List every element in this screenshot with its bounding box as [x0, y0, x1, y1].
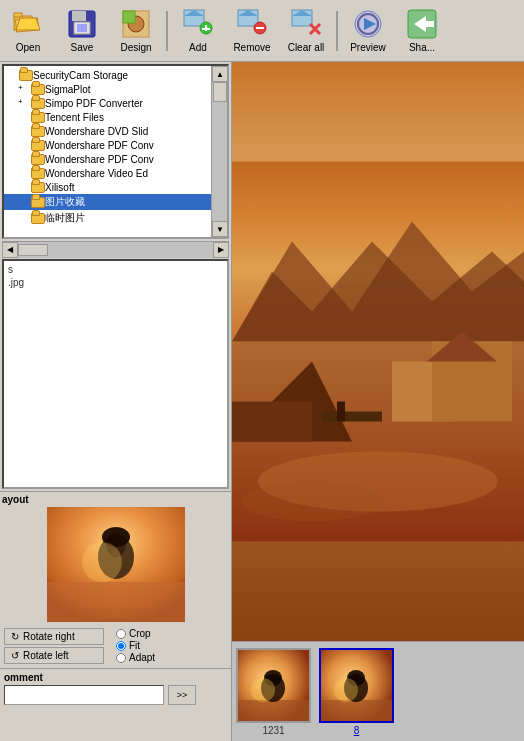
hscroll-thumb	[18, 244, 48, 256]
toolbar-separator-1	[166, 11, 168, 51]
rotate-right-button[interactable]: ↻ Rotate right	[4, 628, 104, 645]
tree-item-8[interactable]: Xilisoft	[4, 180, 211, 194]
svg-rect-46	[337, 402, 345, 422]
scroll-track[interactable]	[212, 82, 227, 221]
svg-rect-1	[14, 13, 22, 17]
tree-item-5[interactable]: Wondershare PDF Conv	[4, 138, 211, 152]
remove-label: Remove	[233, 42, 270, 53]
tree-item-0[interactable]: SecurityCam Storage	[4, 68, 211, 82]
folder-icon-0	[19, 70, 33, 81]
thumb-svg	[47, 507, 185, 622]
thumbnail-strip: 1231	[232, 641, 524, 741]
preview-button[interactable]: Preview	[342, 4, 394, 58]
svg-rect-31	[47, 582, 185, 622]
tree-item-9[interactable]: 图片收藏	[4, 194, 211, 210]
svg-rect-5	[72, 11, 86, 21]
hscroll-left-arrow[interactable]: ◀	[2, 242, 18, 258]
crop-label: Crop	[129, 628, 151, 639]
rotate-buttons: ↻ Rotate right ↺ Rotate left	[4, 628, 104, 664]
save-button[interactable]: Save	[56, 4, 108, 58]
folder-icon-3	[31, 112, 45, 123]
comment-go-button[interactable]: >>	[168, 685, 196, 705]
thumb-image	[47, 507, 185, 622]
rotate-left-button[interactable]: ↺ Rotate left	[4, 647, 104, 664]
scene-svg	[232, 62, 524, 641]
add-button[interactable]: Add	[172, 4, 224, 58]
tree-item-7[interactable]: Wondershare Video Ed	[4, 166, 211, 180]
expand-icon-9	[18, 196, 30, 208]
thumb-box-1[interactable]	[319, 648, 394, 723]
tree-hscroll[interactable]: ◀ ▶	[2, 241, 229, 257]
design-icon	[120, 8, 152, 40]
save-icon	[66, 8, 98, 40]
folder-icon-1	[31, 84, 45, 95]
expand-icon-6	[18, 153, 30, 165]
tree-item-6[interactable]: Wondershare PDF Conv	[4, 152, 211, 166]
scroll-down-arrow[interactable]: ▼	[212, 221, 228, 237]
share-icon	[406, 8, 438, 40]
file-list-content: s .jpg	[4, 261, 227, 291]
file-tree[interactable]: SecurityCam Storage + SigmaPlot + Simpo …	[2, 64, 229, 239]
toolbar-separator-2	[336, 11, 338, 51]
svg-rect-29	[426, 21, 434, 27]
file-entry-0[interactable]: s	[8, 263, 223, 276]
clear-all-icon	[290, 8, 322, 40]
expand-icon-10	[18, 212, 30, 224]
expand-icon-2: +	[18, 97, 30, 109]
layout-label: ayout	[2, 494, 229, 505]
expand-icon-4	[18, 125, 30, 137]
open-label: Open	[16, 42, 40, 53]
fit-option[interactable]: Fit	[116, 640, 155, 651]
expand-icon-1: +	[18, 83, 30, 95]
clear-all-button[interactable]: Clear all	[280, 4, 332, 58]
comment-input[interactable]	[4, 685, 164, 705]
svg-rect-19	[256, 27, 264, 29]
tree-item-3[interactable]: Tencent Files	[4, 110, 211, 124]
folder-icon-4	[31, 126, 45, 137]
tree-item-10[interactable]: 临时图片	[4, 210, 211, 226]
rotate-right-icon: ↻	[11, 631, 19, 642]
remove-button[interactable]: Remove	[226, 4, 278, 58]
fit-options: Crop Fit Adapt	[116, 628, 155, 663]
folder-icon-7	[31, 168, 45, 179]
fit-label: Fit	[129, 640, 140, 651]
expand-icon-0	[6, 69, 18, 81]
svg-rect-15	[202, 28, 210, 30]
adapt-radio[interactable]	[116, 653, 126, 663]
tree-item-2[interactable]: + Simpo PDF Converter	[4, 96, 211, 110]
open-button[interactable]: Open	[2, 4, 54, 58]
scroll-up-arrow[interactable]: ▲	[212, 66, 228, 82]
hscroll-right-arrow[interactable]: ▶	[213, 242, 229, 258]
thumb-label-0: 1231	[262, 725, 284, 736]
fit-radio[interactable]	[116, 641, 126, 651]
svg-marker-3	[16, 18, 40, 30]
adapt-option[interactable]: Adapt	[116, 652, 155, 663]
thumb-label-1: 8	[354, 725, 360, 736]
folder-icon-2	[31, 98, 45, 109]
svg-rect-7	[77, 24, 87, 32]
folder-icon-8	[31, 182, 45, 193]
file-list[interactable]: s .jpg	[2, 259, 229, 489]
crop-option[interactable]: Crop	[116, 628, 155, 639]
tree-item-1[interactable]: + SigmaPlot	[4, 82, 211, 96]
tree-scrollbar[interactable]: ▲ ▼	[211, 66, 227, 237]
expand-icon-3	[18, 111, 30, 123]
crop-radio[interactable]	[116, 629, 126, 639]
layout-section: ayout	[0, 491, 231, 626]
preview-thumbnail	[47, 507, 185, 622]
svg-rect-50	[238, 700, 311, 723]
design-button[interactable]: Design	[110, 4, 162, 58]
adapt-label: Adapt	[129, 652, 155, 663]
svg-point-48	[242, 482, 382, 522]
share-button[interactable]: Sha...	[396, 4, 448, 58]
right-panel: 1231	[232, 62, 524, 741]
main-image-view	[232, 62, 524, 641]
controls-section: ↻ Rotate right ↺ Rotate left Crop	[0, 626, 231, 666]
left-panel: SecurityCam Storage + SigmaPlot + Simpo …	[0, 62, 232, 741]
hscroll-track[interactable]	[18, 242, 213, 258]
file-entry-1[interactable]: .jpg	[8, 276, 223, 289]
comment-row: >>	[4, 685, 227, 705]
thumb-box-0[interactable]	[236, 648, 311, 723]
clear-all-label: Clear all	[288, 42, 325, 53]
tree-item-4[interactable]: Wondershare DVD Slid	[4, 124, 211, 138]
